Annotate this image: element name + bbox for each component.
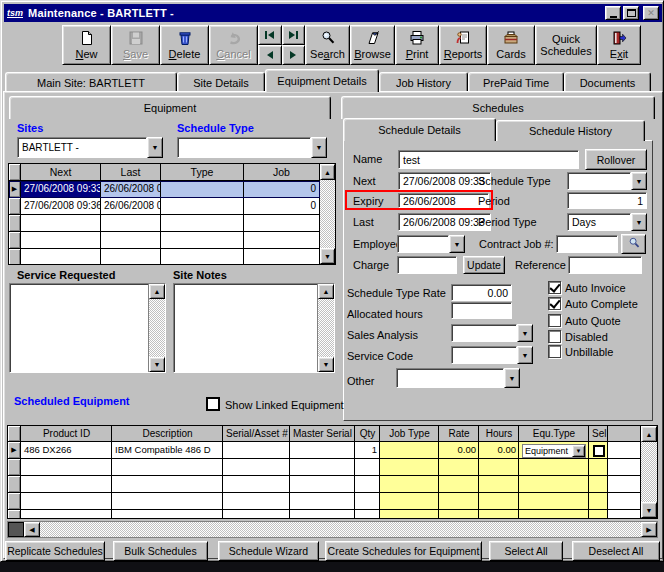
schedule-type-dropdown[interactable]: ▼ — [567, 172, 647, 190]
create-schedules-for-equipment-button[interactable]: Create Schedules for Equipment — [325, 541, 482, 561]
equipment-group-header[interactable]: Equipment — [9, 96, 331, 119]
equipment-row-empty[interactable] — [8, 493, 657, 510]
schedule-type-filter-dropdown[interactable]: ▼ — [177, 137, 327, 158]
rollover-button[interactable]: Rollover — [585, 149, 647, 170]
sel-checkbox[interactable] — [593, 445, 605, 457]
last-record-button[interactable] — [282, 25, 306, 45]
tab-site-details[interactable]: Site Details — [177, 72, 265, 92]
charge-field[interactable] — [397, 256, 457, 274]
auto-quote-checkbox[interactable] — [548, 314, 561, 327]
equipment-grid-scrollbar[interactable]: ▲ ▼ — [640, 426, 657, 518]
col-job[interactable]: Job — [244, 164, 320, 181]
equ-type-dropdown[interactable]: Equipment ▼ — [522, 444, 586, 458]
delete-button[interactable]: Delete — [160, 25, 209, 65]
close-button[interactable]: ✕ — [643, 6, 659, 20]
previous-record-button[interactable] — [258, 45, 282, 65]
quick-schedules-button[interactable]: Quick Schedules — [535, 25, 597, 65]
equipment-row[interactable]: ▶ 486 DX266 IBM Compatible 486 D 1 0.00 … — [8, 442, 657, 459]
contract-job-search-button[interactable] — [621, 234, 646, 254]
service-requested-memo[interactable]: ▲ ▼ — [9, 283, 166, 373]
site-notes-scrollbar[interactable]: ▲ ▼ — [317, 284, 334, 372]
tab-schedule-details[interactable]: Schedule Details — [343, 118, 496, 141]
maximize-button[interactable] — [623, 6, 639, 20]
contract-job-field[interactable] — [556, 235, 618, 253]
allocated-hours-field[interactable] — [451, 302, 512, 319]
scroll-down-icon[interactable]: ▼ — [641, 502, 657, 518]
browse-button[interactable]: Browse — [350, 25, 395, 65]
other-dropdown[interactable]: ▼ — [396, 368, 520, 388]
service-requested-scrollbar[interactable]: ▲ ▼ — [148, 284, 165, 372]
tab-schedule-history[interactable]: Schedule History — [496, 120, 645, 141]
schedules-grid-scrollbar[interactable]: ▲ ▼ — [320, 164, 335, 264]
expiry-field[interactable]: 26/06/2008 — [398, 193, 489, 208]
col-job-type[interactable]: Job Type — [380, 426, 439, 442]
scroll-down-icon[interactable]: ▼ — [318, 357, 334, 372]
scroll-down-icon[interactable]: ▼ — [320, 248, 335, 264]
col-description[interactable]: Description — [112, 426, 223, 442]
deselect-all-button[interactable]: Deselect All — [572, 541, 660, 561]
cancel-button[interactable]: Cancel — [209, 25, 258, 65]
col-next[interactable]: Next — [21, 164, 101, 181]
employee-dropdown[interactable]: ▼ — [397, 235, 465, 253]
print-button[interactable]: Print — [395, 25, 439, 65]
chevron-down-icon[interactable]: ▼ — [631, 213, 647, 231]
equipment-grid-hscrollbar[interactable]: ◀ ▶ — [7, 521, 658, 538]
scroll-up-icon[interactable]: ▲ — [149, 284, 165, 299]
col-hours[interactable]: Hours — [479, 426, 519, 442]
schedule-wizard-button[interactable]: Schedule Wizard — [218, 541, 319, 561]
schedule-row[interactable]: 27/06/2008 09:36 26/06/2008 09 0 — [9, 198, 320, 215]
show-linked-equipment-checkbox[interactable] — [206, 397, 220, 411]
equipment-row-empty[interactable] — [8, 510, 657, 519]
bulk-schedules-button[interactable]: Bulk Schedules — [113, 541, 208, 561]
service-code-dropdown[interactable]: ▼ — [451, 346, 533, 364]
new-button[interactable]: New — [62, 25, 111, 65]
sales-analysis-dropdown[interactable]: ▼ — [451, 324, 533, 342]
schedule-row-empty[interactable] — [9, 249, 320, 265]
schedule-row-empty[interactable] — [9, 232, 320, 249]
col-sel[interactable]: Sel — [589, 426, 608, 442]
select-all-button[interactable]: Select All — [489, 541, 563, 561]
chevron-down-icon[interactable]: ▼ — [631, 172, 647, 190]
col-rate[interactable]: Rate — [439, 426, 479, 442]
col-product-id[interactable]: Product ID — [21, 426, 112, 442]
disabled-checkbox[interactable] — [548, 330, 561, 343]
schedule-type-rate-field[interactable]: 0.00 — [451, 284, 512, 301]
tab-prepaid-time[interactable]: PrePaid Time — [468, 72, 564, 92]
col-qty[interactable]: Qty — [355, 426, 380, 442]
name-field[interactable]: test — [398, 150, 579, 169]
chevron-down-icon[interactable]: ▼ — [147, 137, 163, 158]
col-type[interactable]: Type — [161, 164, 244, 181]
reference-field[interactable] — [568, 256, 642, 274]
replicate-schedules-button[interactable]: Replicate Schedules — [5, 541, 105, 561]
period-type-dropdown[interactable]: Days ▼ — [567, 213, 647, 231]
reports-button[interactable]: Reports — [439, 25, 487, 65]
auto-invoice-checkbox[interactable] — [548, 281, 561, 294]
col-master-serial[interactable]: Master Serial # — [290, 426, 355, 442]
col-equ-type[interactable]: Equ.Type — [519, 426, 589, 442]
tab-job-history[interactable]: Job History — [379, 72, 468, 92]
col-serial-asset[interactable]: Serial/Asset # — [223, 426, 290, 442]
unbillable-checkbox[interactable] — [548, 345, 561, 358]
chevron-down-icon[interactable]: ▼ — [504, 368, 520, 388]
scroll-left-icon[interactable]: ◀ — [24, 522, 40, 537]
title-bar[interactable]: tsm Maintenance - BARTLETT - ✕ — [4, 4, 662, 22]
sites-dropdown[interactable]: BARTLETT - ▼ — [17, 137, 163, 158]
tab-documents[interactable]: Documents — [564, 72, 651, 92]
chevron-down-icon[interactable]: ▼ — [517, 324, 533, 342]
chevron-down-icon[interactable]: ▼ — [311, 137, 327, 158]
chevron-down-icon[interactable]: ▼ — [572, 445, 585, 457]
cards-button[interactable]: Cards — [487, 25, 535, 65]
schedule-row-empty[interactable] — [9, 215, 320, 232]
equipment-row-empty[interactable] — [8, 476, 657, 493]
scroll-right-icon[interactable]: ▶ — [641, 522, 657, 537]
site-notes-memo[interactable]: ▲ ▼ — [173, 283, 335, 373]
minimize-button[interactable] — [605, 6, 621, 20]
auto-complete-checkbox[interactable] — [548, 297, 561, 310]
scroll-up-icon[interactable]: ▲ — [320, 164, 335, 180]
chevron-down-icon[interactable]: ▼ — [517, 346, 533, 364]
scroll-down-icon[interactable]: ▼ — [149, 357, 165, 372]
scroll-up-icon[interactable]: ▲ — [641, 426, 657, 442]
schedule-row-selected[interactable]: ▶ 27/06/2008 09:33 26/06/2008 09 0 — [9, 181, 320, 198]
equipment-row-empty[interactable] — [8, 459, 657, 476]
tab-main-site[interactable]: Main Site: BARTLETT — [5, 72, 177, 92]
